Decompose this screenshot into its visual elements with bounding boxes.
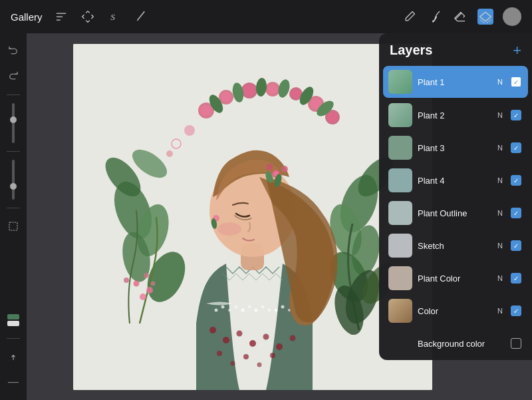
svg-point-52 <box>248 305 251 308</box>
layer-mode: N <box>497 242 503 250</box>
svg-point-47 <box>215 308 218 311</box>
layer-thumb-sketch <box>388 234 412 258</box>
brush-size-thumb <box>10 116 17 123</box>
svg-line-1 <box>138 12 144 21</box>
layer-name: Color <box>418 306 492 316</box>
layer-item[interactable]: Plant Outline N <box>383 197 528 229</box>
redo-button[interactable] <box>3 67 23 87</box>
gallery-button[interactable]: Gallery <box>11 11 43 23</box>
svg-point-53 <box>255 308 258 311</box>
artwork-canvas[interactable] <box>73 44 432 390</box>
svg-point-69 <box>231 361 235 365</box>
ink-tool-icon[interactable] <box>427 9 443 25</box>
layer-item[interactable]: Plant Color N <box>383 262 528 294</box>
color-history-button[interactable] <box>3 310 23 330</box>
svg-point-62 <box>249 340 256 347</box>
add-layer-button[interactable]: + <box>513 43 521 58</box>
svg-point-64 <box>276 343 283 350</box>
layer-visibility-checkbox[interactable] <box>511 273 521 284</box>
svg-point-73 <box>217 222 241 236</box>
divider-2 <box>7 151 20 152</box>
stylus-icon[interactable] <box>133 9 149 25</box>
layer-visibility-checkbox[interactable] <box>511 338 521 349</box>
svg-rect-4 <box>9 222 17 230</box>
svg-text:S: S <box>110 12 115 22</box>
svg-point-34 <box>268 85 277 94</box>
layer-item[interactable]: Plant 1 N <box>383 66 528 98</box>
layers-list: Plant 1 N Plant 2 N Plant 3 N Plant 4 N … <box>379 66 532 359</box>
svg-point-65 <box>290 335 296 341</box>
layer-mode: N <box>497 111 503 119</box>
layer-name: Plant 4 <box>418 176 492 186</box>
layer-thumb-plant3 <box>388 136 412 160</box>
svg-point-14 <box>146 287 153 294</box>
layer-thumb-plant4 <box>388 168 412 192</box>
layer-name: Sketch <box>418 241 492 251</box>
svg-point-63 <box>263 333 269 339</box>
layer-name: Plant Outline <box>418 208 492 218</box>
svg-point-30 <box>221 93 231 102</box>
layer-visibility-checkbox[interactable] <box>511 142 521 153</box>
layer-item[interactable]: Color N <box>383 295 528 327</box>
layer-visibility-checkbox[interactable] <box>511 77 521 87</box>
layer-thumb-plant1 <box>388 70 412 94</box>
svg-point-50 <box>235 305 237 308</box>
layer-visibility-checkbox[interactable] <box>511 240 521 251</box>
pen-tool-icon[interactable] <box>402 9 418 25</box>
svg-point-67 <box>243 354 249 359</box>
undo-button[interactable] <box>3 41 23 61</box>
svg-point-61 <box>237 330 243 336</box>
layer-item[interactable]: Plant 4 N <box>383 164 528 196</box>
layer-item[interactable]: Plant 3 N <box>383 132 528 164</box>
layer-thumb-bg <box>388 331 412 355</box>
layer-name: Plant Color <box>418 274 492 284</box>
eraser-icon[interactable] <box>452 9 468 25</box>
svg-point-15 <box>134 280 140 286</box>
layer-mode: N <box>497 209 503 217</box>
svg-point-28 <box>201 105 211 116</box>
layer-item[interactable]: Sketch N <box>383 230 528 262</box>
svg-point-40 <box>328 112 337 122</box>
svg-point-17 <box>144 273 149 278</box>
svg-point-66 <box>217 351 222 356</box>
layer-mode: N <box>497 176 503 184</box>
layer-item[interactable]: Plant 2 N <box>383 99 528 131</box>
layer-visibility-checkbox[interactable] <box>511 110 521 120</box>
svg-point-49 <box>228 309 231 311</box>
svg-point-55 <box>268 309 271 311</box>
selection-tool-button[interactable] <box>3 216 23 236</box>
svg-point-56 <box>275 308 278 311</box>
divider-1 <box>7 95 20 95</box>
adjust-icon[interactable] <box>53 9 69 25</box>
export-button[interactable] <box>3 347 23 367</box>
svg-point-68 <box>270 353 275 358</box>
svg-point-16 <box>124 278 129 283</box>
svg-point-60 <box>223 337 229 343</box>
opacity-slider[interactable] <box>12 160 15 200</box>
transform-icon[interactable] <box>80 9 96 25</box>
svg-point-20 <box>184 125 195 136</box>
divider-3 <box>7 208 20 208</box>
svg-point-21 <box>166 150 173 157</box>
layer-mode: N <box>497 274 503 282</box>
svg-point-59 <box>209 327 216 333</box>
layer-thumb-outline <box>388 201 412 225</box>
layer-name: Background color <box>418 339 505 349</box>
layer-visibility-checkbox[interactable] <box>511 208 521 218</box>
selection-icon[interactable]: S <box>106 9 122 25</box>
brush-size-slider[interactable] <box>12 103 15 143</box>
layers-tool-icon[interactable] <box>477 9 493 25</box>
layers-panel: Layers + Plant 1 N Plant 2 N Plant 3 N P… <box>379 33 532 360</box>
layer-visibility-checkbox[interactable] <box>511 305 521 316</box>
layer-mode: N <box>497 307 503 315</box>
svg-point-18 <box>151 281 156 286</box>
profile-button[interactable] <box>503 7 521 26</box>
layer-visibility-checkbox[interactable] <box>511 175 521 186</box>
svg-point-48 <box>221 305 225 308</box>
svg-point-57 <box>281 305 285 308</box>
svg-point-54 <box>261 305 264 308</box>
settings-button[interactable]: — <box>3 372 23 392</box>
layer-item[interactable]: Background color <box>383 327 528 359</box>
svg-point-32 <box>244 85 255 96</box>
svg-point-70 <box>257 362 262 367</box>
